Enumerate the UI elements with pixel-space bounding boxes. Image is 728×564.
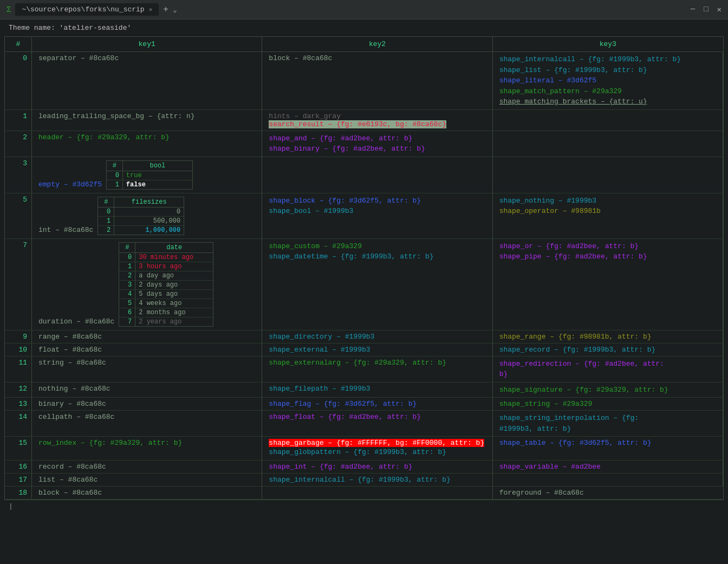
bool-table: # bool 0 true 1 false — [106, 160, 193, 190]
row-17-key2: shape_internalcall – {fg: #1999b3, attr:… — [262, 474, 492, 487]
row-0-key3-line3: shape_literal – #3d62f5 — [499, 75, 716, 86]
row-11-key2-text: shape_externalarg – {fg: #29a329, attr: … — [269, 359, 446, 367]
row-18-key1-text: block – #8ca68c — [38, 489, 102, 497]
row-3-key3 — [493, 157, 723, 193]
row-7-key2-line2: shape_datetime – {fg: #1999b3, attr: b} — [269, 251, 485, 262]
row-15-key1: row_index – {fg: #29a329, attr: b} — [32, 437, 262, 461]
filesizes-row-1-num: 1 — [98, 217, 114, 225]
row-0-key3-line5: shape_matching_brackets – {attr: u} — [499, 96, 716, 107]
close-button[interactable]: ✕ — [717, 5, 722, 14]
row-0-key3-line2: shape_list – {fg: #1999b3, attr: b} — [499, 65, 716, 76]
row-11-num: 11 — [5, 356, 32, 383]
date-row-6-num: 6 — [119, 308, 135, 317]
date-row-5: 5 4 weeks ago — [119, 299, 213, 308]
row-12-key1-text: nothing – #8ca68c — [38, 385, 110, 393]
date-th-col: date — [135, 243, 213, 252]
row-5-key3-line2: shape_operator – #98981b — [499, 206, 716, 217]
row-16-key2: shape_int – {fg: #ad2bee, attr: b} — [262, 461, 492, 474]
row-18-key3-text: foreground – #8ca68c — [499, 489, 584, 497]
row-7-key3-line2: shape_pipe – {fg: #ad2bee, attr: b} — [499, 251, 716, 262]
date-table: # date 0 30 minutes ago 1 3 hours ago 2 … — [119, 242, 213, 327]
maximize-button[interactable]: □ — [704, 5, 708, 14]
date-table-header: # date — [119, 243, 213, 253]
row-9-key2: shape_directory – #1999b3 — [262, 330, 492, 343]
row-2-key2: shape_and – {fg: #ad2bee, attr: b} shape… — [262, 131, 492, 157]
row-5-num: 5 — [5, 193, 32, 239]
row-5-key2-line2: shape_bool – #1999b3 — [269, 206, 485, 217]
row-10-key1: float – #8ca68c — [32, 343, 262, 356]
theme-name-line: Theme name: 'atelier-seaside' — [0, 20, 728, 36]
row-13-num: 13 — [5, 398, 32, 411]
date-row-7-val: 2 years ago — [135, 317, 213, 326]
row-16-num: 16 — [5, 461, 32, 474]
row-7-key3: shape_or – {fg: #ad2bee, attr: b} shape_… — [493, 239, 723, 330]
header-num: # — [5, 37, 32, 51]
cursor: | — [9, 502, 13, 510]
window: Σ ~\source\repos\forks\nu_scrip ✕ + ⌄ ─ … — [0, 0, 728, 513]
row-2-key3 — [493, 131, 723, 157]
row-16-key1-text: record – #8ca68c — [38, 463, 106, 471]
row-17-key3 — [493, 474, 723, 487]
row-13-key2: shape_flag – {fg: #3d62f5, attr: b} — [262, 398, 492, 411]
row-7-key2-line1: shape_custom – #29a329 — [269, 241, 485, 252]
new-tab-button[interactable]: + — [163, 5, 168, 15]
row-12-key3: shape_signature – {fg: #29a329, attr: b} — [493, 383, 723, 398]
row-11-key2: shape_externalarg – {fg: #29a329, attr: … — [262, 356, 492, 383]
row-9-key3: shape_range – {fg: #98981b, attr: b} — [493, 330, 723, 343]
row-1-num: 1 — [5, 110, 32, 131]
filesizes-row-0-val: 0 — [114, 208, 184, 216]
row-16-key1: record – #8ca68c — [32, 461, 262, 474]
date-row-0-val: 30 minutes ago — [135, 253, 213, 262]
row-14-key2: shape_float – {fg: #ad2bee, attr: b} — [262, 411, 492, 437]
filesizes-row-2: 2 1,000,000 — [98, 226, 184, 235]
row-16-key3: shape_variable – #ad2bee — [493, 461, 723, 474]
row-2-num: 2 — [5, 131, 32, 157]
row-14-key2-text: shape_float – {fg: #ad2bee, attr: b} — [269, 413, 421, 421]
date-row-3-num: 3 — [119, 281, 135, 289]
row-11-key1-text: string – #8ca68c — [38, 359, 106, 367]
row-18-num: 18 — [5, 487, 32, 500]
row-14-key1: cellpath – #8ca68c — [32, 411, 262, 437]
date-row-4-val: 5 days ago — [135, 290, 213, 299]
date-row-5-num: 5 — [119, 299, 135, 308]
row-17-key1: list – #8ca68c — [32, 474, 262, 487]
row-0-key3-line4: shape_match_pattern – #29a329 — [499, 86, 716, 97]
row-2-key2-line2: shape_binary – {fg: #ad2bee, attr: b} — [269, 144, 485, 154]
row-3-key1-text: empty – #3d62f5 — [38, 180, 102, 189]
date-row-2-num: 2 — [119, 271, 135, 280]
bool-table-header: # bool — [107, 161, 192, 171]
row-0-key3-line1: shape_internalcall – {fg: #1999b3, attr:… — [499, 54, 716, 65]
row-15-key3: shape_table – {fg: #3d62f5, attr: b} — [493, 437, 723, 461]
row-10-num: 10 — [5, 343, 32, 356]
row-5-key3: shape_nothing – #1999b3 shape_operator –… — [493, 193, 723, 239]
row-18-key2 — [262, 487, 492, 500]
row-9-num: 9 — [5, 330, 32, 343]
row-10-key3: shape_record – {fg: #1999b3, attr: b} — [493, 343, 723, 356]
date-row-1: 1 3 hours ago — [119, 262, 213, 271]
minimize-button[interactable]: ─ — [691, 5, 695, 14]
row-12-key3-line1: shape_signature – {fg: #29a329, attr: b} — [499, 385, 716, 396]
row-1-key1: leading_trailing_space_bg – {attr: n} — [32, 110, 262, 131]
titlebar: Σ ~\source\repos\forks\nu_scrip ✕ + ⌄ ─ … — [0, 0, 728, 20]
row-9-key1-text: range – #8ca68c — [38, 333, 102, 341]
row-14-num: 14 — [5, 411, 32, 437]
row-0-key1: separator – #8ca68c — [32, 52, 262, 110]
row-15-key1-text: row_index – {fg: #29a329, attr: b} — [38, 439, 182, 447]
row-13-key2-text: shape_flag – {fg: #3d62f5, attr: b} — [269, 400, 417, 408]
row-0-key2-text: block – #8ca68c — [269, 54, 332, 62]
tab[interactable]: ~\source\repos\forks\nu_scrip ✕ — [15, 3, 159, 16]
row-1-key2-hints: hints – dark_gray — [269, 112, 341, 120]
row-5-key1: int – #8ca68c # filesizes 0 0 1 500,000 — [32, 193, 262, 239]
row-1-key1-text: leading_trailing_space_bg – {attr: n} — [38, 112, 195, 120]
row-18-key1: block – #8ca68c — [32, 487, 262, 500]
row-14-key3-line2: #1999b3, attr: b} — [499, 424, 716, 435]
tab-close-button[interactable]: ✕ — [149, 6, 153, 13]
date-row-2: 2 a day ago — [119, 271, 213, 281]
tab-dropdown-button[interactable]: ⌄ — [173, 5, 177, 14]
row-11-key3-line1: shape_redirection – {fg: #ad2bee, attr: — [499, 359, 716, 369]
bool-row-1: 1 false — [107, 180, 192, 189]
row-7-num: 7 — [5, 239, 32, 330]
table-header: # key1 key2 key3 — [5, 37, 723, 52]
row-14-key3-line1: shape_string_interpolation – {fg: — [499, 413, 716, 424]
bool-row-1-num: 1 — [107, 180, 123, 189]
